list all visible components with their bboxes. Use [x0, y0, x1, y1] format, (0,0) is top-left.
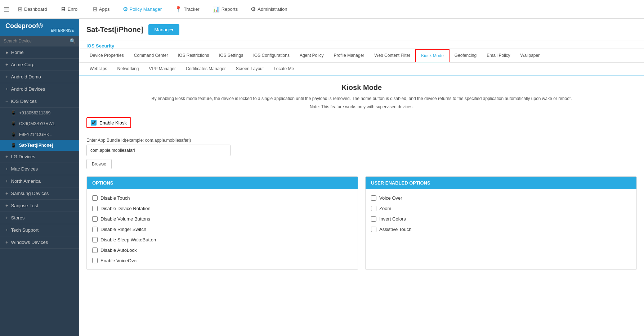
option-disable-volume: Disable Volume Buttons	[92, 214, 352, 224]
tab-ios-restrictions[interactable]: iOS Restrictions	[173, 49, 214, 63]
nav-policy-manager[interactable]: ⚙ Policy Manager	[120, 4, 165, 14]
sidebar-item-acme-label: Acme Corp	[11, 62, 35, 67]
tab-device-properties[interactable]: Device Properties	[85, 49, 129, 63]
app-bundle-label: Enter App Bundle Id(example: com.apple.m…	[86, 138, 637, 143]
search-input[interactable]	[4, 38, 70, 44]
sidebar-sub-item-phone2[interactable]: 📱 C39QM3SYGRWL	[0, 118, 79, 129]
kiosk-header: Kiosk Mode By enabling kiosk mode featur…	[86, 83, 637, 110]
options-panel: OPTIONS Disable Touch Disable Device Rot…	[86, 176, 358, 270]
tab-web-content-filter[interactable]: Web Content Filter	[369, 49, 415, 63]
lg-icon: +	[5, 154, 8, 159]
option-enable-voiceover-cb[interactable]	[92, 258, 98, 263]
app-bundle-input[interactable]	[86, 145, 231, 156]
nav-dashboard[interactable]: ⊞ Dashboard	[15, 4, 50, 14]
sidebar-sub-item-phone3[interactable]: 📱 F9FY214CGHKL	[0, 129, 79, 140]
sidebar-item-tech-support[interactable]: + Tech Support	[0, 224, 79, 236]
tab-ios-settings[interactable]: iOS Settings	[214, 49, 248, 63]
phone2-icon: 📱	[11, 121, 16, 126]
option-disable-rotation-cb[interactable]	[92, 206, 98, 211]
sidebar-sub-item-phone1[interactable]: 📱 +918056211369	[0, 108, 79, 118]
browse-button[interactable]: Browse	[86, 159, 112, 169]
search-icon[interactable]: 🔍	[70, 38, 76, 44]
sidebar-item-acme[interactable]: + Acme Corp	[0, 59, 79, 71]
tab-email-policy[interactable]: Email Policy	[482, 49, 515, 63]
sidebar-item-windows-label: Windows Devices	[11, 240, 48, 245]
option-disable-autolock-cb[interactable]	[92, 248, 98, 253]
sidebar-item-na-label: North America	[11, 178, 41, 184]
sidebar-item-ios-devices[interactable]: − iOS Devices	[0, 95, 79, 108]
tab-certificates[interactable]: Certificates Manager	[181, 63, 231, 76]
sidebar-item-lg[interactable]: + LG Devices	[0, 151, 79, 163]
tab-ios-configurations[interactable]: iOS Configurations	[248, 49, 295, 63]
nav-apps[interactable]: ⊞ Apps	[90, 4, 113, 14]
sidebar-sub-item-sat-test[interactable]: 📱 Sat-Test[iPhone]	[0, 140, 79, 151]
sidebar-item-home-label: Home	[11, 50, 24, 55]
tab-profile-manager[interactable]: Profile Manager	[329, 49, 370, 63]
tab-locate-me[interactable]: Locate Me	[269, 63, 299, 76]
sidebar-item-sanjose[interactable]: + Sanjose-Test	[0, 200, 79, 212]
user-option-voice-cb[interactable]	[371, 195, 376, 201]
kiosk-desc2: Note: This feature works only with super…	[86, 104, 637, 110]
sidebar-item-windows[interactable]: + Windows Devices	[0, 236, 79, 249]
tab-wallpaper[interactable]: Wallpaper	[515, 49, 545, 63]
ios-icon: −	[5, 99, 8, 104]
tab-webclips[interactable]: Webclips	[85, 63, 112, 76]
device-header: Sat-Test[iPhone] Manage▾	[79, 19, 644, 41]
apps-icon: ⊞	[93, 6, 97, 13]
user-options-panel: USER ENABLED OPTIONS Voice Over Zoom	[365, 176, 637, 270]
tab-agent-policy[interactable]: Agent Policy	[295, 49, 329, 63]
sidebar-item-stores[interactable]: + Stores	[0, 212, 79, 224]
sidebar-item-android-demo[interactable]: + Android Demo	[0, 71, 79, 83]
nav-administration[interactable]: ⚙ Administration	[248, 4, 290, 14]
enable-kiosk-checkbox[interactable]	[91, 120, 97, 126]
sidebar-item-samsung-label: Samsung Devices	[11, 191, 49, 196]
sidebar-item-ios-label: iOS Devices	[11, 99, 37, 104]
sidebar-item-samsung[interactable]: + Samsung Devices	[0, 187, 79, 200]
sidebar-sub-item-sat-label: Sat-Test[iPhone]	[19, 143, 53, 148]
tabs-section-label: iOS Security	[79, 41, 644, 49]
enable-kiosk-label[interactable]: Enable Kiosk	[86, 117, 131, 128]
acme-icon: +	[5, 62, 8, 67]
top-nav: ☰ ⊞ Dashboard 🖥 Enroll ⊞ Apps ⚙ Policy M…	[0, 0, 644, 19]
option-disable-touch-cb[interactable]	[92, 195, 98, 201]
nav-enroll[interactable]: 🖥 Enroll	[57, 4, 82, 14]
reports-icon: 📊	[213, 6, 220, 13]
tab-command-center[interactable]: Command Center	[129, 49, 173, 63]
samsung-icon: +	[5, 191, 8, 196]
sidebar-item-home[interactable]: ● Home	[0, 46, 79, 59]
mac-icon: +	[5, 166, 8, 172]
sidebar-item-north-america[interactable]: + North America	[0, 175, 79, 187]
user-option-invert-cb[interactable]	[371, 216, 376, 222]
tab-vpp-manager[interactable]: VPP Manager	[144, 63, 181, 76]
tab-screen-layout[interactable]: Screen Layout	[231, 63, 269, 76]
tab-geofencing[interactable]: Geofencing	[450, 49, 482, 63]
manage-button[interactable]: Manage▾	[148, 24, 179, 35]
nav-tracker[interactable]: 📍 Tracker	[172, 4, 202, 14]
user-option-zoom-cb[interactable]	[371, 206, 376, 211]
option-disable-volume-label: Disable Volume Buttons	[100, 216, 150, 222]
tab-kiosk-mode[interactable]: Kiosk Mode	[415, 49, 450, 62]
sidebar-item-mac-label: Mac Devices	[11, 166, 38, 172]
nav-reports[interactable]: 📊 Reports	[210, 4, 241, 14]
user-option-assistive-cb[interactable]	[371, 227, 376, 232]
sanjose-icon: +	[5, 203, 8, 208]
user-option-invert-label: Invert Colors	[379, 216, 406, 222]
option-disable-rotation: Disable Device Rotation	[92, 203, 352, 214]
phone1-icon: 📱	[11, 110, 16, 115]
tab-networking[interactable]: Networking	[112, 63, 144, 76]
sidebar-item-sanjose-label: Sanjose-Test	[11, 203, 38, 208]
nav-enroll-label: Enroll	[68, 6, 80, 12]
enroll-icon: 🖥	[60, 6, 66, 13]
sidebar-item-mac[interactable]: + Mac Devices	[0, 163, 79, 175]
option-disable-volume-cb[interactable]	[92, 216, 98, 222]
tabs-row-2: Webclips Networking VPP Manager Certific…	[79, 62, 644, 76]
option-disable-ringer: Disable Ringer Switch	[92, 224, 352, 235]
option-disable-sleep-cb[interactable]	[92, 237, 98, 242]
user-option-voice-over: Voice Over	[371, 193, 631, 203]
user-options-header: USER ENABLED OPTIONS	[366, 177, 636, 189]
options-body: Disable Touch Disable Device Rotation Di…	[87, 189, 358, 269]
user-option-zoom-label: Zoom	[379, 206, 391, 211]
sidebar-item-android-devices[interactable]: + Android Devices	[0, 83, 79, 95]
option-disable-ringer-cb[interactable]	[92, 227, 98, 232]
hamburger-icon[interactable]: ☰	[4, 5, 9, 13]
